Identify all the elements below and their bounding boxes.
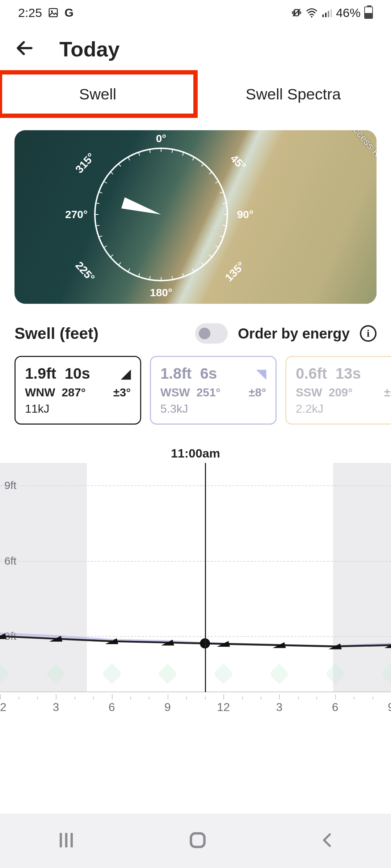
- svg-rect-7: [328, 11, 329, 17]
- swell-direction-map[interactable]: Zuma Beach Access Road /* ticks injected…: [14, 130, 377, 304]
- system-nav-bar: [0, 814, 391, 868]
- photos-icon: [48, 7, 59, 18]
- swell-height: 1.9ft: [25, 365, 56, 382]
- back-icon[interactable]: [14, 38, 35, 60]
- tab-swell-spectra-label: Swell Spectra: [246, 85, 341, 103]
- compass-label-0: 0°: [156, 132, 167, 145]
- svg-point-4: [311, 16, 312, 17]
- swell-period: 13s: [336, 365, 361, 382]
- card-line1: 1.8ft 6s ◥: [160, 365, 266, 382]
- order-by-energy-toggle[interactable]: [195, 323, 228, 344]
- status-time: 2:25: [18, 6, 42, 20]
- status-right: 46%: [291, 6, 373, 20]
- svg-rect-22: [191, 833, 204, 847]
- swell-dir-deg: 287°: [62, 386, 85, 399]
- swell-card-secondary[interactable]: 1.8ft 6s ◥ WSW 251° ±8° 5.3kJ: [150, 356, 277, 425]
- swell-section-header: Swell (feet) Order by energy i: [0, 304, 391, 356]
- recent-apps-icon[interactable]: [55, 829, 77, 852]
- swell-card-primary[interactable]: 1.9ft 10s ◢ WNW 287° ±3° 11kJ: [14, 356, 141, 425]
- map-wrap: Zuma Beach Access Road /* ticks injected…: [0, 116, 391, 304]
- swell-dir-text: WSW: [160, 386, 190, 399]
- vibrate-off-icon: [291, 7, 302, 18]
- swell-spread: ±8°: [249, 386, 266, 399]
- swell-dir-deg: 251°: [197, 386, 220, 399]
- compass-label-315: 315°: [73, 151, 97, 176]
- swell-spread: ±3°: [113, 386, 131, 399]
- card-line2: WNW 287° ±3°: [25, 386, 131, 399]
- card-line1: 0.6ft 13s ◤: [296, 365, 391, 382]
- svg-point-1: [51, 10, 53, 12]
- order-by-energy-label: Order by energy: [238, 326, 350, 342]
- tab-swell-spectra[interactable]: Swell Spectra: [196, 72, 391, 116]
- order-controls: Order by energy i: [195, 323, 377, 344]
- battery-icon: [364, 7, 373, 19]
- swell-period: 6s: [200, 365, 217, 382]
- swell-dir-deg: 209°: [329, 386, 353, 399]
- swell-height: 0.6ft: [296, 365, 327, 382]
- card-line2: SSW 209° ±6°: [296, 386, 391, 399]
- swell-energy: 11kJ: [25, 402, 131, 416]
- swell-height: 1.8ft: [160, 365, 192, 382]
- compass-tick: [224, 214, 228, 215]
- info-icon[interactable]: i: [360, 325, 377, 342]
- header: Today: [0, 25, 391, 72]
- compass: /* ticks injected below via JS for brevi…: [94, 148, 228, 281]
- status-left: 2:25 G: [18, 6, 73, 20]
- back-nav-icon[interactable]: [318, 831, 336, 850]
- signal-icon: [321, 7, 332, 18]
- swell-dir-text: WNW: [25, 386, 55, 399]
- google-icon: G: [64, 6, 73, 20]
- card-line1: 1.9ft 10s ◢: [25, 365, 131, 382]
- svg-rect-8: [331, 9, 332, 17]
- svg-rect-6: [325, 13, 327, 17]
- section-title: Swell (feet): [14, 324, 98, 342]
- tab-swell-label: Swell: [79, 85, 117, 103]
- swell-energy: 2.2kJ: [296, 402, 391, 416]
- swell-card-tertiary[interactable]: 0.6ft 13s ◤ SSW 209° ±6° 2.2kJ: [285, 356, 391, 425]
- wifi-icon: [306, 7, 318, 18]
- compass-label-90: 90°: [237, 208, 253, 221]
- swell-arrow-icon: ◥: [257, 366, 266, 381]
- swell-cards[interactable]: 1.9ft 10s ◢ WNW 287° ±3° 11kJ 1.8ft 6s ◥…: [0, 356, 391, 425]
- swell-dir-text: SSW: [296, 386, 322, 399]
- map-road-label: Zuma Beach Access Road: [307, 130, 377, 172]
- card-line2: WSW 251° ±8°: [160, 386, 266, 399]
- swell-period: 10s: [65, 365, 90, 382]
- svg-rect-0: [49, 9, 58, 17]
- swell-arrow-icon: ◢: [121, 366, 131, 381]
- compass-tick: [161, 148, 161, 152]
- compass-label-135: 135°: [223, 259, 247, 284]
- tab-swell[interactable]: Swell: [0, 72, 196, 116]
- swell-spread: ±6°: [384, 386, 391, 399]
- chart-area: 9ft 6ft 3ft 1236912369: [0, 463, 391, 714]
- swell-energy: 5.3kJ: [160, 402, 266, 416]
- compass-label-45: 45°: [228, 152, 248, 173]
- compass-label-180: 180°: [150, 286, 172, 299]
- chart-series-svg: [0, 463, 391, 714]
- status-bar: 2:25 G 46%: [0, 0, 391, 25]
- tabs: Swell Swell Spectra: [0, 72, 391, 116]
- home-icon[interactable]: [188, 830, 208, 852]
- compass-label-270: 270°: [65, 208, 88, 221]
- swell-chart[interactable]: 11:00am 9ft 6ft 3ft 1236912369: [0, 446, 391, 714]
- chart-cursor-time: 11:00am: [171, 446, 220, 460]
- svg-rect-5: [322, 14, 324, 17]
- compass-tick: [94, 214, 98, 215]
- toggle-knob: [199, 328, 210, 339]
- battery-text: 46%: [336, 6, 361, 20]
- chart-cursor-line[interactable]: [205, 463, 206, 692]
- compass-tick: [161, 277, 161, 281]
- page-title: Today: [59, 37, 120, 61]
- compass-label-225: 225°: [73, 259, 97, 284]
